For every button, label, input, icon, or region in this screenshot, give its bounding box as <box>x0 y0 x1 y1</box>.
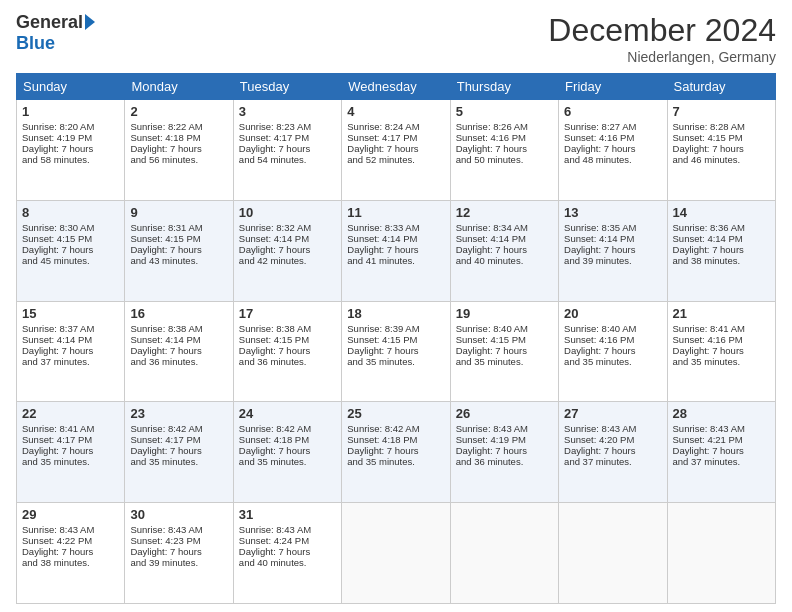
cell-text-line: Sunset: 4:17 PM <box>22 434 119 445</box>
location: Niederlangen, Germany <box>548 49 776 65</box>
cell-text-line: and 38 minutes. <box>22 557 119 568</box>
day-number: 26 <box>456 406 553 421</box>
cell-text-line: Sunset: 4:14 PM <box>347 233 444 244</box>
cell-text-line: Sunrise: 8:40 AM <box>564 323 661 334</box>
day-number: 29 <box>22 507 119 522</box>
day-number: 25 <box>347 406 444 421</box>
col-sunday: Sunday <box>17 74 125 100</box>
cell-text-line: Sunset: 4:16 PM <box>564 132 661 143</box>
cell-text-line: and 35 minutes. <box>130 456 227 467</box>
cell-text-line: Sunset: 4:14 PM <box>673 233 770 244</box>
cell-text-line: Daylight: 7 hours <box>673 445 770 456</box>
day-number: 14 <box>673 205 770 220</box>
col-tuesday: Tuesday <box>233 74 341 100</box>
day-number: 27 <box>564 406 661 421</box>
table-row: 9Sunrise: 8:31 AMSunset: 4:15 PMDaylight… <box>125 200 233 301</box>
cell-text-line: and 35 minutes. <box>456 356 553 367</box>
day-number: 5 <box>456 104 553 119</box>
cell-text-line: Sunrise: 8:28 AM <box>673 121 770 132</box>
table-row: 1Sunrise: 8:20 AMSunset: 4:19 PMDaylight… <box>17 100 125 201</box>
cell-text-line: Sunrise: 8:39 AM <box>347 323 444 334</box>
cell-text-line: Sunset: 4:21 PM <box>673 434 770 445</box>
cell-text-line: Sunset: 4:14 PM <box>564 233 661 244</box>
cell-text-line: Sunrise: 8:43 AM <box>239 524 336 535</box>
table-row: 6Sunrise: 8:27 AMSunset: 4:16 PMDaylight… <box>559 100 667 201</box>
table-row: 15Sunrise: 8:37 AMSunset: 4:14 PMDayligh… <box>17 301 125 402</box>
cell-text-line: Sunrise: 8:20 AM <box>22 121 119 132</box>
cell-text-line: and 40 minutes. <box>456 255 553 266</box>
cell-text-line: Sunset: 4:14 PM <box>22 334 119 345</box>
cell-text-line: Sunset: 4:15 PM <box>130 233 227 244</box>
day-number: 31 <box>239 507 336 522</box>
cell-text-line: Sunset: 4:18 PM <box>239 434 336 445</box>
table-row: 19Sunrise: 8:40 AMSunset: 4:15 PMDayligh… <box>450 301 558 402</box>
cell-text-line: Daylight: 7 hours <box>564 244 661 255</box>
cell-text-line: and 42 minutes. <box>239 255 336 266</box>
header-row: Sunday Monday Tuesday Wednesday Thursday… <box>17 74 776 100</box>
cell-text-line: Sunset: 4:19 PM <box>456 434 553 445</box>
cell-text-line: Sunrise: 8:26 AM <box>456 121 553 132</box>
cell-text-line: Sunset: 4:18 PM <box>347 434 444 445</box>
col-wednesday: Wednesday <box>342 74 450 100</box>
cell-text-line: Daylight: 7 hours <box>347 244 444 255</box>
day-number: 18 <box>347 306 444 321</box>
table-row: 16Sunrise: 8:38 AMSunset: 4:14 PMDayligh… <box>125 301 233 402</box>
day-number: 21 <box>673 306 770 321</box>
table-row <box>559 503 667 604</box>
cell-text-line: Daylight: 7 hours <box>130 345 227 356</box>
table-row: 3Sunrise: 8:23 AMSunset: 4:17 PMDaylight… <box>233 100 341 201</box>
cell-text-line: Daylight: 7 hours <box>564 445 661 456</box>
cell-text-line: Sunrise: 8:34 AM <box>456 222 553 233</box>
cell-text-line: Sunset: 4:15 PM <box>22 233 119 244</box>
cell-text-line: Sunrise: 8:43 AM <box>456 423 553 434</box>
cell-text-line: Sunrise: 8:41 AM <box>673 323 770 334</box>
cell-text-line: Daylight: 7 hours <box>130 546 227 557</box>
cell-text-line: Sunrise: 8:37 AM <box>22 323 119 334</box>
cell-text-line: Sunrise: 8:30 AM <box>22 222 119 233</box>
header: General Blue December 2024 Niederlangen,… <box>16 12 776 65</box>
title-area: December 2024 Niederlangen, Germany <box>548 12 776 65</box>
cell-text-line: Daylight: 7 hours <box>347 143 444 154</box>
day-number: 10 <box>239 205 336 220</box>
cell-text-line: Daylight: 7 hours <box>22 345 119 356</box>
table-row: 20Sunrise: 8:40 AMSunset: 4:16 PMDayligh… <box>559 301 667 402</box>
day-number: 16 <box>130 306 227 321</box>
cell-text-line: Sunset: 4:17 PM <box>239 132 336 143</box>
cell-text-line: and 35 minutes. <box>347 356 444 367</box>
cell-text-line: and 54 minutes. <box>239 154 336 165</box>
table-row: 14Sunrise: 8:36 AMSunset: 4:14 PMDayligh… <box>667 200 775 301</box>
cell-text-line: Daylight: 7 hours <box>130 143 227 154</box>
table-row: 4Sunrise: 8:24 AMSunset: 4:17 PMDaylight… <box>342 100 450 201</box>
day-number: 19 <box>456 306 553 321</box>
cell-text-line: and 37 minutes. <box>673 456 770 467</box>
table-row: 26Sunrise: 8:43 AMSunset: 4:19 PMDayligh… <box>450 402 558 503</box>
cell-text-line: Daylight: 7 hours <box>456 143 553 154</box>
cell-text-line: Daylight: 7 hours <box>239 345 336 356</box>
day-number: 28 <box>673 406 770 421</box>
day-number: 11 <box>347 205 444 220</box>
logo: General Blue <box>16 12 95 54</box>
cell-text-line: Sunrise: 8:32 AM <box>239 222 336 233</box>
cell-text-line: Sunrise: 8:22 AM <box>130 121 227 132</box>
table-row: 7Sunrise: 8:28 AMSunset: 4:15 PMDaylight… <box>667 100 775 201</box>
cell-text-line: Sunrise: 8:27 AM <box>564 121 661 132</box>
cell-text-line: and 46 minutes. <box>673 154 770 165</box>
cell-text-line: and 36 minutes. <box>239 356 336 367</box>
day-number: 15 <box>22 306 119 321</box>
cell-text-line: and 36 minutes. <box>130 356 227 367</box>
cell-text-line: Sunset: 4:23 PM <box>130 535 227 546</box>
day-number: 17 <box>239 306 336 321</box>
day-number: 20 <box>564 306 661 321</box>
cell-text-line: Sunset: 4:19 PM <box>22 132 119 143</box>
table-row: 8Sunrise: 8:30 AMSunset: 4:15 PMDaylight… <box>17 200 125 301</box>
cell-text-line: Daylight: 7 hours <box>347 345 444 356</box>
calendar-week-row: 15Sunrise: 8:37 AMSunset: 4:14 PMDayligh… <box>17 301 776 402</box>
logo-blue-text: Blue <box>16 33 55 54</box>
cell-text-line: Sunrise: 8:43 AM <box>130 524 227 535</box>
col-monday: Monday <box>125 74 233 100</box>
table-row: 23Sunrise: 8:42 AMSunset: 4:17 PMDayligh… <box>125 402 233 503</box>
table-row: 13Sunrise: 8:35 AMSunset: 4:14 PMDayligh… <box>559 200 667 301</box>
day-number: 3 <box>239 104 336 119</box>
cell-text-line: and 50 minutes. <box>456 154 553 165</box>
table-row: 10Sunrise: 8:32 AMSunset: 4:14 PMDayligh… <box>233 200 341 301</box>
